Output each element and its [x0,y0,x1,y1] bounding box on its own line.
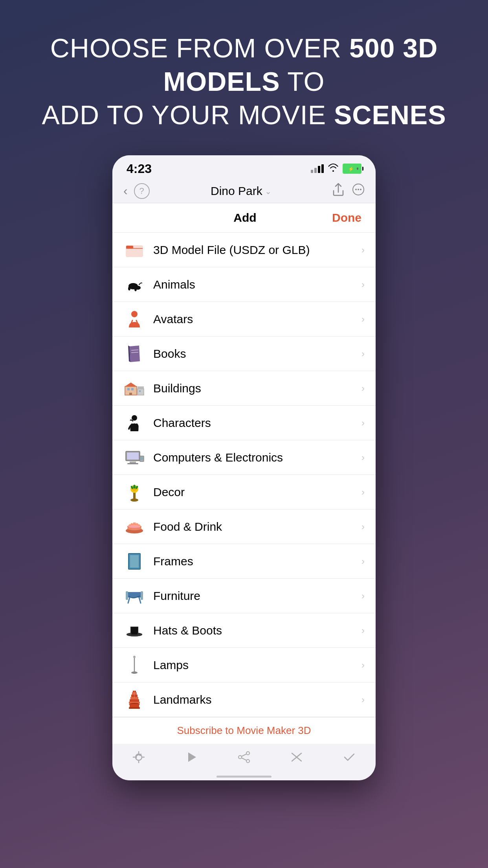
list-item-label: Decor [153,485,361,499]
list-item[interactable]: Decor › [112,475,376,509]
svg-line-49 [128,598,130,603]
share-button[interactable] [332,183,344,199]
svg-rect-20 [127,388,130,390]
list-item-label: Furniture [153,589,361,603]
list-item-label: 3D Model File (USDZ or GLB) [153,243,361,257]
svg-text:⚡: ⚡ [348,166,354,172]
list-item[interactable]: Furniture › [112,579,376,613]
nav-title: Dino Park ⌃ [211,184,272,198]
svg-line-18 [131,352,138,353]
list-item[interactable]: 3D Model File (USDZ or GLB) › [112,233,376,267]
list-item-label: Characters [153,416,361,430]
list-item-label: Frames [153,555,361,568]
svg-rect-25 [139,390,141,392]
svg-rect-68 [129,707,140,709]
landmarks-icon [123,689,145,711]
svg-rect-46 [130,555,139,568]
nav-title-text: Dino Park [211,184,262,198]
sheet-add-label: Add [158,211,332,224]
tab-scenes[interactable] [132,750,146,767]
nav-bar: ‹ ? Dino Park ⌃ [112,179,376,203]
help-button[interactable]: ? [134,183,150,199]
svg-point-38 [133,485,136,489]
frames-icon [123,550,145,572]
list-item[interactable]: Computers & Electronics › [112,440,376,475]
chevron-right-icon: › [361,521,365,532]
subscribe-strip[interactable]: Subscribe to Movie Maker 3D [112,717,376,744]
list-item-label: Food & Drink [153,520,361,533]
back-button[interactable]: ‹ [123,184,128,198]
home-indicator [112,776,376,780]
svg-point-14 [131,311,138,317]
list-item[interactable]: Hats & Boots › [112,613,376,648]
battery-icon: ⚡ [343,164,361,174]
svg-point-5 [358,189,359,190]
list-item-label: Hats & Boots [153,624,361,637]
list-item[interactable]: Avatars › [112,302,376,337]
tab-check[interactable] [342,750,356,767]
list-item-label: Lamps [153,658,361,672]
list-item[interactable]: Frames › [112,544,376,579]
nav-right [332,183,365,199]
wifi-icon [328,163,339,174]
svg-rect-52 [141,591,143,600]
svg-point-13 [134,287,137,291]
food-drink-icon [123,516,145,538]
promo-line3-normal: ADD TO YOUR MOVIE [42,100,334,130]
svg-marker-72 [188,752,196,762]
list-item-label: Books [153,347,361,360]
svg-rect-51 [126,591,128,600]
promo-line2-bold: MODELS [163,66,280,96]
list-container: 3D Model File (USDZ or GLB) › Animals › [112,233,376,717]
chevron-right-icon: › [361,383,365,394]
svg-rect-56 [131,627,138,634]
sheet-header: Add Done [112,203,376,233]
list-item-label: Computers & Electronics [153,451,361,464]
hats-boots-icon [123,620,145,642]
promo-header: CHOOSE FROM OVER 500 3D MODELS TO ADD TO… [10,31,477,132]
list-item[interactable]: Food & Drink › [112,509,376,544]
characters-icon [123,412,145,434]
svg-rect-33 [141,457,143,460]
chevron-right-icon: › [361,590,365,601]
svg-marker-23 [125,383,137,386]
svg-line-76 [242,754,246,756]
lamps-icon [123,654,145,676]
tab-play[interactable] [184,750,198,767]
chevron-right-icon: › [361,348,365,359]
phone-shell: 4:23 ⚡ [112,155,376,780]
list-item[interactable]: Characters › [112,406,376,440]
tab-trim[interactable] [290,750,304,767]
buildings-icon [123,377,145,399]
avatars-icon [123,308,145,330]
list-item-label: Avatars [153,313,361,326]
computers-electronics-icon [123,447,145,469]
tab-share[interactable] [237,750,251,767]
furniture-icon [123,585,145,607]
status-time: 4:23 [127,162,152,176]
more-button[interactable] [352,183,365,199]
list-item[interactable]: Lamps › [112,648,376,682]
list-item[interactable]: Books › [112,337,376,371]
chevron-right-icon: › [361,314,365,325]
svg-point-44 [128,525,141,528]
promo-line2-normal: TO [280,66,325,96]
3d-model-icon [123,239,145,261]
svg-point-27 [132,415,137,421]
chevron-right-icon: › [361,694,365,705]
chevron-right-icon: › [361,625,365,636]
home-bar [216,776,272,778]
list-item-label: Landmarks [153,693,361,706]
status-icons: ⚡ [311,163,361,174]
svg-point-12 [128,287,130,291]
list-item[interactable]: Landmarks › [112,682,376,717]
list-item[interactable]: Animals › [112,267,376,302]
svg-point-58 [133,656,136,658]
done-button[interactable]: Done [332,211,361,224]
tab-bar [112,744,376,776]
list-item[interactable]: Buildings › [112,371,376,406]
svg-point-74 [246,752,250,755]
svg-rect-31 [127,463,138,464]
list-item-label: Buildings [153,382,361,395]
chevron-right-icon: › [361,452,365,463]
